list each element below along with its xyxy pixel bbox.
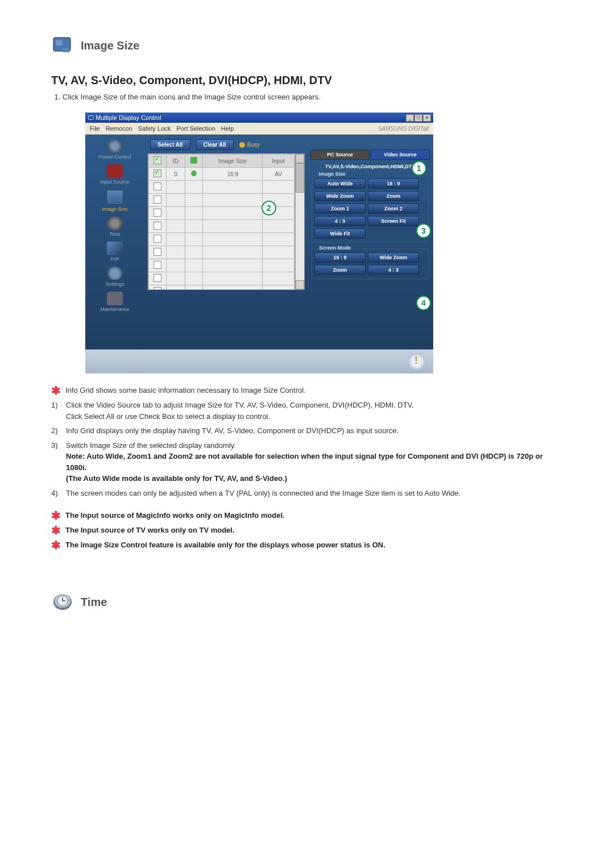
group-image-size: Image Size Auto Wide 16 : 9 Wide Zoom Zo… (312, 175, 429, 243)
num-3: 3) (51, 440, 61, 451)
sidebar-item-settings[interactable]: Settings (89, 265, 140, 289)
image-size-icon (106, 189, 124, 205)
menu-safety-lock[interactable]: Safety Lock (138, 125, 171, 132)
mode-4-3[interactable]: 4 : 3 (368, 265, 419, 275)
num-4: 4) (51, 488, 61, 499)
sidebar-item-maintenance[interactable]: Maintenance (89, 290, 140, 314)
image-size-icon (51, 34, 74, 57)
note-3-sub: (The Auto Wide mode is available only fo… (66, 474, 287, 483)
menu-remocon[interactable]: Remocon (106, 125, 132, 132)
table-row (149, 259, 294, 272)
maintenance-icon (107, 292, 123, 305)
input-source-icon (107, 164, 123, 178)
option-16-9[interactable]: 16 : 9 (368, 178, 419, 189)
star-icon: ✱ (51, 385, 61, 396)
select-all-button[interactable]: Select All (150, 139, 190, 150)
app-icon: 🖵 (88, 114, 96, 121)
mode-wide-zoom[interactable]: Wide Zoom (368, 252, 419, 263)
info-grid-table: ID Image Size Input 0 16:9 AV (148, 154, 294, 290)
note-star4: The Image Size Control feature is availa… (65, 539, 385, 551)
callout-3: 3 (416, 223, 431, 238)
row-checkbox[interactable] (154, 287, 161, 290)
tab-video-source[interactable]: Video Source (371, 149, 430, 160)
settings-icon (107, 267, 123, 280)
note-4: The screen modes can only be adjusted wh… (66, 488, 460, 499)
status-dot-icon (191, 171, 197, 176)
legend-screen-mode: Screen Mode (317, 245, 353, 251)
table-row (149, 246, 294, 259)
option-wide-fit[interactable]: Wide Fit (314, 229, 366, 239)
row-checkbox[interactable] (154, 222, 161, 230)
row-checkbox[interactable] (154, 274, 161, 282)
option-zoom2[interactable]: Zoom 2 (368, 203, 419, 214)
window-titlebar: 🖵 Multiple Display Control _ □ × (85, 113, 433, 123)
mode-16-9[interactable]: 16 : 9 (314, 252, 366, 263)
time-icon (51, 591, 74, 613)
row-checkbox[interactable] (154, 169, 161, 177)
menu-file[interactable]: File (90, 125, 100, 132)
power-icon (107, 139, 123, 153)
section-header-image-size: Image Size (51, 34, 563, 57)
option-screen-fit[interactable]: Screen Fit (368, 216, 419, 226)
option-wide-zoom[interactable]: Wide Zoom (314, 191, 366, 201)
option-zoom1[interactable]: Zoom 1 (314, 203, 366, 214)
col-image-size: Image Size (203, 155, 263, 168)
callout-1: 1 (412, 161, 426, 176)
vertical-scrollbar[interactable] (295, 153, 305, 290)
brand-label: SAMSUNG DIGITall (378, 126, 429, 132)
table-row[interactable]: 0 16:9 AV (149, 168, 294, 181)
row-checkbox[interactable] (154, 209, 161, 217)
menu-help[interactable]: Help (221, 125, 234, 132)
table-row (149, 220, 294, 233)
close-button[interactable]: × (423, 114, 431, 122)
status-header-icon (190, 157, 197, 164)
maximize-button[interactable]: □ (414, 114, 422, 122)
row-checkbox[interactable] (154, 196, 161, 203)
sidebar-item-power[interactable]: Power Control (89, 138, 140, 162)
menubar: File Remocon Safety Lock Port Selection … (85, 123, 433, 135)
option-zoom[interactable]: Zoom (368, 191, 419, 201)
option-auto-wide[interactable]: Auto Wide (314, 178, 366, 189)
scroll-up-arrow[interactable] (296, 154, 304, 163)
cell-image-size: 16:9 (203, 168, 263, 181)
table-row (149, 272, 294, 285)
window-controls: _ □ × (406, 114, 431, 122)
instruction-list: Click Image Size of the main icons and t… (51, 93, 563, 101)
note-1b: Click Select All or use Check Box to sel… (66, 412, 270, 421)
time-icon (107, 217, 123, 230)
note-1a: Click the Video Source tab to adjust Ima… (66, 401, 414, 409)
sidebar-item-input[interactable]: Input Source (89, 163, 140, 187)
clear-all-button[interactable]: Clear All (196, 139, 234, 150)
sidebar-item-time[interactable]: Time (89, 215, 140, 239)
scroll-down-arrow[interactable] (296, 280, 304, 289)
sidebar-item-pip[interactable]: PIP (89, 240, 140, 264)
table-row (149, 285, 294, 290)
row-checkbox[interactable] (154, 182, 161, 190)
row-checkbox[interactable] (154, 248, 161, 256)
table-row (149, 181, 294, 194)
cell-input: AV (263, 168, 294, 181)
num-2: 2) (51, 425, 61, 437)
scroll-thumb[interactable] (296, 163, 304, 193)
legend-image-size: Image Size (317, 171, 348, 177)
minimize-button[interactable]: _ (406, 114, 414, 122)
sidebar-item-image-size[interactable]: Image Size (89, 188, 140, 214)
center-toolbar: Select All Clear All Busy (148, 138, 305, 151)
status-strip (85, 349, 433, 373)
embedded-screenshot: 🖵 Multiple Display Control _ □ × File Re… (85, 113, 433, 373)
tab-pc-source[interactable]: PC Source (310, 149, 370, 160)
menu-port-selection[interactable]: Port Selection (176, 125, 215, 132)
col-id: ID (167, 155, 185, 168)
busy-dot-icon (239, 142, 245, 148)
table-row (149, 233, 294, 246)
note-star1: Info Grid shows some basic information n… (65, 385, 306, 396)
col-status (185, 155, 203, 168)
option-4-3[interactable]: 4 : 3 (314, 216, 366, 226)
header-checkbox[interactable] (154, 156, 161, 164)
mode-zoom[interactable]: Zoom (314, 265, 366, 275)
row-checkbox[interactable] (154, 235, 161, 243)
row-checkbox[interactable] (154, 261, 161, 269)
col-input: Input (263, 155, 294, 168)
col-check (149, 155, 167, 168)
note-3a: Switch Image Size of the selected displa… (66, 441, 236, 450)
